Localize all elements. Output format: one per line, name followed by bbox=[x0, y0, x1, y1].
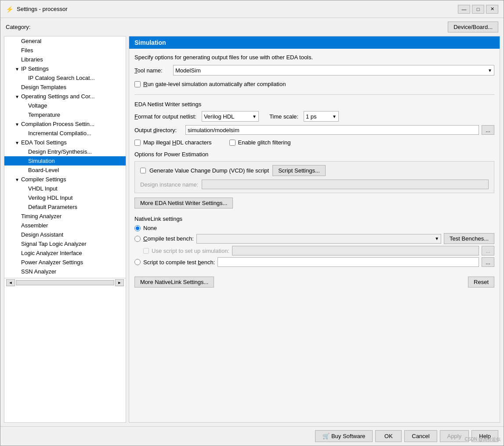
sidebar-item-design-templates[interactable]: Design Templates bbox=[4, 83, 126, 92]
output-dir-input[interactable]: simulation/modelsim bbox=[185, 125, 479, 135]
maximize-button[interactable]: □ bbox=[472, 5, 484, 14]
output-dir-label: Output directory: bbox=[134, 127, 183, 133]
output-dir-browse-button[interactable]: ... bbox=[482, 125, 494, 135]
tool-name-row: Tool name: ModelSim ▼ bbox=[134, 65, 494, 76]
compile-bench-label: Compile test bench: bbox=[143, 235, 194, 242]
timescale-dropdown[interactable]: 1 ps ▼ bbox=[304, 111, 339, 122]
design-instance-row: Design instance name: bbox=[140, 180, 489, 189]
sidebar-item-simulation[interactable]: Simulation bbox=[4, 156, 126, 165]
vcd-checkbox[interactable] bbox=[140, 168, 146, 173]
sidebar-item-design-entry[interactable]: Design Entry/Synthesis... bbox=[4, 147, 126, 156]
sidebar-scroll-bar: ◄ ► bbox=[4, 278, 126, 287]
compile-bench-radio[interactable] bbox=[134, 236, 141, 242]
vcd-label: Generate Value Change Dump (VCD) file sc… bbox=[149, 167, 269, 174]
sidebar-item-timing-analyzer[interactable]: Timing Analyzer bbox=[4, 212, 126, 221]
title-bar-left: ⚡ Settings - processor bbox=[6, 6, 68, 13]
none-radio[interactable] bbox=[134, 225, 141, 231]
ok-button[interactable]: OK bbox=[375, 430, 402, 442]
sidebar-item-power-analyzer[interactable]: Power Analyzer Settings bbox=[4, 258, 126, 267]
use-script-browse-btn[interactable]: ... bbox=[482, 246, 494, 255]
power-estimation-section: Options for Power Estimation Generate Va… bbox=[134, 151, 494, 193]
none-label: None bbox=[143, 225, 157, 231]
buy-software-button[interactable]: 🛒 Buy Software bbox=[315, 430, 373, 442]
checkboxes-row: Map illegal HDL characters Enable glitch… bbox=[134, 138, 494, 147]
app-icon: ⚡ bbox=[6, 6, 13, 13]
tool-name-dropdown[interactable]: ModelSim ▼ bbox=[173, 65, 494, 76]
expand-icon: ▼ bbox=[15, 122, 21, 127]
sidebar-item-board-level[interactable]: Board-Level bbox=[4, 165, 126, 175]
script-settings-button[interactable]: Script Settings... bbox=[272, 165, 326, 176]
compile-bench-radio-row: Compile test bench: ▼ Test Benches... bbox=[134, 233, 494, 244]
close-button[interactable]: ✕ bbox=[486, 5, 498, 14]
sidebar-item-incremental-comp[interactable]: Incremental Compilatio... bbox=[4, 129, 126, 138]
tool-name-value: ModelSim bbox=[175, 67, 488, 74]
expand-icon: ▼ bbox=[15, 94, 21, 99]
script-compile-browse-btn[interactable]: ... bbox=[482, 257, 494, 267]
netlist-writer-title: EDA Netlist Writer settings bbox=[134, 101, 494, 108]
script-compile-input[interactable] bbox=[218, 257, 479, 267]
sidebar: General Files Libraries ▼IP Settings IP … bbox=[4, 36, 126, 423]
panel-description: Specify options for generating output fi… bbox=[134, 54, 494, 61]
map-illegal-row: Map illegal HDL characters bbox=[134, 139, 212, 146]
expand-icon: ▼ bbox=[15, 67, 21, 72]
design-instance-label: Design instance name: bbox=[140, 181, 198, 188]
reset-button[interactable]: Reset bbox=[468, 277, 494, 288]
nativelink-title: NativeLink settings bbox=[134, 216, 494, 222]
sidebar-item-compilation-process[interactable]: ▼Compilation Process Settin... bbox=[4, 119, 126, 129]
more-eda-row: More EDA Netlist Writer Settings... bbox=[134, 198, 494, 209]
sidebar-item-libraries[interactable]: Libraries bbox=[4, 55, 126, 64]
sidebar-item-default-params[interactable]: Default Parameters bbox=[4, 202, 126, 212]
compile-bench-dropdown[interactable]: ▼ bbox=[196, 234, 441, 244]
cancel-button[interactable]: Cancel bbox=[404, 430, 437, 442]
glitch-filter-checkbox[interactable] bbox=[229, 140, 236, 146]
timescale-dropdown-arrow: ▼ bbox=[332, 114, 337, 119]
device-board-button[interactable]: Device/Board... bbox=[448, 22, 498, 32]
scroll-track[interactable] bbox=[16, 280, 114, 285]
sidebar-item-assembler[interactable]: Assembler bbox=[4, 221, 126, 230]
panel-body: Specify options for generating output fi… bbox=[129, 49, 500, 422]
format-dropdown-arrow: ▼ bbox=[252, 114, 257, 119]
format-dropdown[interactable]: Verilog HDL ▼ bbox=[202, 111, 259, 122]
more-eda-button[interactable]: More EDA Netlist Writer Settings... bbox=[134, 198, 233, 209]
use-script-checkbox[interactable] bbox=[143, 248, 149, 254]
watermark: CSDN @高价近似 bbox=[465, 436, 500, 442]
use-script-input bbox=[232, 246, 479, 255]
settings-window: ⚡ Settings - processor — □ ✕ Category: D… bbox=[0, 0, 504, 446]
glitch-filter-row: Enable glitch filtering bbox=[229, 139, 291, 146]
more-nativelink-button[interactable]: More NativeLink Settings... bbox=[134, 277, 214, 288]
sidebar-item-design-assistant[interactable]: Design Assistant bbox=[4, 230, 126, 239]
main-container: Category: Device/Board... General Files … bbox=[0, 18, 504, 446]
sidebar-item-ip-catalog[interactable]: IP Catalog Search Locat... bbox=[4, 73, 126, 83]
run-gate-level-checkbox[interactable] bbox=[134, 81, 141, 87]
map-illegal-label: Map illegal HDL characters bbox=[143, 139, 212, 146]
sidebar-item-temperature[interactable]: Temperature bbox=[4, 110, 126, 119]
timescale-label: Time scale: bbox=[269, 113, 298, 120]
sidebar-item-verilog-hdl[interactable]: Verilog HDL Input bbox=[4, 193, 126, 202]
scroll-left-btn[interactable]: ◄ bbox=[6, 279, 15, 286]
sidebar-item-voltage[interactable]: Voltage bbox=[4, 101, 126, 110]
power-estimation-box: Generate Value Change Dump (VCD) file sc… bbox=[134, 161, 494, 193]
format-label: Format for output netlist: bbox=[134, 113, 196, 120]
buy-icon: 🛒 bbox=[323, 433, 330, 439]
map-illegal-checkbox[interactable] bbox=[134, 140, 141, 146]
script-compile-radio[interactable] bbox=[134, 259, 141, 265]
sidebar-item-compiler-settings[interactable]: ▼Compiler Settings bbox=[4, 175, 126, 184]
sidebar-item-signal-tap[interactable]: Signal Tap Logic Analyzer bbox=[4, 239, 126, 248]
scroll-right-btn[interactable]: ► bbox=[115, 279, 124, 286]
sidebar-item-eda-tool-settings[interactable]: ▼EDA Tool Settings bbox=[4, 138, 126, 147]
sidebar-item-operating-settings[interactable]: ▼Operating Settings and Cor... bbox=[4, 92, 126, 101]
top-bar: Category: Device/Board... bbox=[0, 18, 504, 36]
compile-bench-arrow: ▼ bbox=[435, 236, 439, 241]
tool-name-label: Tool name: bbox=[134, 67, 170, 74]
sidebar-item-vhdl-input[interactable]: VHDL Input bbox=[4, 184, 126, 193]
minimize-button[interactable]: — bbox=[458, 5, 470, 14]
window-title: Settings - processor bbox=[17, 6, 68, 12]
title-bar: ⚡ Settings - processor — □ ✕ bbox=[0, 0, 504, 18]
test-benches-button[interactable]: Test Benches... bbox=[444, 233, 494, 244]
sidebar-item-general[interactable]: General bbox=[4, 36, 126, 46]
sidebar-item-logic-analyzer[interactable]: Logic Analyzer Interface bbox=[4, 248, 126, 258]
glitch-filter-label: Enable glitch filtering bbox=[238, 139, 291, 146]
sidebar-item-files[interactable]: Files bbox=[4, 46, 126, 55]
sidebar-item-ip-settings[interactable]: ▼IP Settings bbox=[4, 64, 126, 73]
sidebar-item-ssn-analyzer[interactable]: SSN Analyzer bbox=[4, 267, 126, 276]
